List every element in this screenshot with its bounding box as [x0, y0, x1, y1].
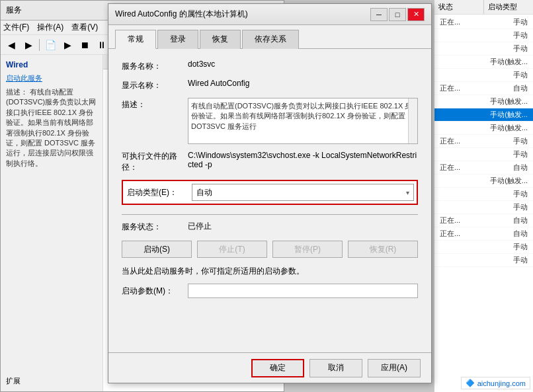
status-value: 已停止: [188, 221, 418, 232]
minimize-button[interactable]: ─: [370, 8, 388, 21]
service-name-label: 服务名称：: [122, 59, 188, 72]
toolbar-btn-3[interactable]: ⏹: [77, 38, 93, 52]
param-row: 启动参数(M)：: [122, 284, 418, 298]
status-11: 正在...: [440, 163, 460, 173]
param-input[interactable]: [188, 284, 418, 298]
toolbar-btn-1[interactable]: 📄: [42, 38, 58, 52]
startup-type-row: 启动类型(E)： 自动 ▾: [122, 180, 418, 205]
menu-view[interactable]: 查看(V): [71, 22, 98, 33]
pause-button[interactable]: 暂停(P): [272, 241, 343, 258]
services-title: 服务: [6, 5, 22, 16]
right-rows: 正在...手动 手动 手动 手动(触发... 手动 正在...自动 手动(触发.…: [434, 15, 533, 268]
dropdown-arrow-icon: ▾: [406, 189, 409, 196]
tab-recovery[interactable]: 恢复: [200, 30, 241, 49]
right-row-10: 手动: [434, 148, 533, 161]
toolbar-separator: [39, 39, 40, 51]
status-15: 正在...: [440, 216, 460, 225]
watermark-icon: 🔷: [466, 379, 475, 387]
maximize-button[interactable]: □: [389, 8, 406, 21]
service-name-value: dot3svc: [188, 59, 418, 69]
type-7: 手动(触发...: [490, 110, 528, 120]
toolbar-btn-2[interactable]: ▶: [60, 38, 75, 52]
left-panel-title: Wired: [6, 60, 97, 69]
right-row-8: 手动(触发...: [434, 122, 533, 135]
right-row-12: 手动(触发...: [434, 175, 533, 188]
desc-label: 描述：: [122, 98, 188, 110]
col-type-header: 启动类型: [484, 0, 533, 14]
status-5: 正在...: [440, 83, 460, 93]
right-row-11: 正在...自动: [434, 161, 533, 175]
right-row-4: 手动: [434, 69, 533, 82]
start-button[interactable]: 启动(S): [122, 241, 192, 258]
type-0: 手动: [513, 17, 528, 27]
right-row-1: 手动: [434, 29, 533, 42]
cancel-button[interactable]: 取消: [309, 359, 362, 377]
right-row-18: 手动: [434, 254, 533, 267]
close-button[interactable]: ✕: [407, 8, 425, 21]
resume-button[interactable]: 恢复(R): [348, 241, 418, 258]
service-action-buttons: 启动(S) 停止(T) 暂停(P) 恢复(R): [122, 241, 418, 258]
dialog-title: Wired AutoConfig 的属性(本地计算机): [115, 9, 248, 20]
dialog-footer: 确定 取消 应用(A): [108, 352, 431, 383]
exe-path-row: 可执行文件的路径： C:\Windows\system32\svchost.ex…: [122, 151, 418, 173]
status-label: 服务状态：: [122, 220, 188, 233]
type-4: 手动: [513, 70, 528, 80]
right-row-9: 正在...手动: [434, 135, 533, 148]
type-2: 手动: [513, 44, 528, 54]
startup-type-dropdown[interactable]: 自动 ▾: [192, 184, 414, 201]
startup-type-label: 启动类型(E)：: [126, 187, 192, 198]
service-name-row: 服务名称： dot3svc: [122, 59, 418, 72]
start-service-link[interactable]: 启动此服务: [6, 73, 97, 83]
left-panel-description: 描述： 有线自动配置(DOT3SVC)服务负责以太网接口执行IEEE 802.1…: [6, 87, 97, 169]
desc-textbox[interactable]: 有线自动配置(DOT3SVC)服务负责对以太网接口执行IEEE 802.1X 身…: [188, 98, 418, 144]
exe-label: 可执行文件的路径：: [122, 151, 188, 173]
type-6: 手动(触发...: [490, 97, 528, 106]
services-left-panel: Wired 启动此服务 描述： 有线自动配置(DOT3SVC)服务负责以太网接口…: [1, 55, 103, 391]
menu-action[interactable]: 操作(A): [37, 22, 63, 33]
right-row-14: 手动: [434, 201, 533, 214]
tab-general[interactable]: 常规: [115, 30, 156, 49]
menu-file[interactable]: 文件(F): [3, 22, 29, 33]
type-8: 手动(触发...: [490, 123, 528, 133]
type-11: 自动: [513, 163, 528, 173]
display-name-label: 显示名称：: [122, 79, 188, 91]
separator-1: [122, 214, 418, 215]
type-16: 自动: [513, 229, 528, 239]
right-row-15: 正在...自动: [434, 214, 533, 227]
exe-value: C:\Windows\system32\svchost.exe -k Local…: [188, 151, 418, 169]
forward-button[interactable]: ▶: [20, 38, 36, 52]
status-0: 正在...: [440, 17, 460, 27]
desc-row: 描述： 有线自动配置(DOT3SVC)服务负责对以太网接口执行IEEE 802.…: [122, 98, 418, 144]
right-row-7: 手动(触发...: [434, 108, 533, 122]
display-name-value: Wired AutoConfig: [188, 79, 418, 88]
watermark: 🔷 aichunjing.com: [461, 377, 530, 389]
properties-dialog: Wired AutoConfig 的属性(本地计算机) ─ □ ✕ 常规 登录 …: [108, 3, 432, 383]
startup-type-value: 自动: [196, 187, 212, 198]
display-name-row: 显示名称： Wired AutoConfig: [122, 79, 418, 91]
dialog-body: 服务名称： dot3svc 显示名称： Wired AutoConfig 描述：…: [108, 49, 431, 368]
desc-scrollbar[interactable]: [408, 98, 417, 143]
type-12: 手动(触发...: [490, 176, 528, 186]
tab-login[interactable]: 登录: [157, 30, 198, 49]
stop-button[interactable]: 停止(T): [197, 241, 267, 258]
back-button[interactable]: ◀: [3, 38, 19, 52]
type-14: 手动: [513, 202, 528, 212]
type-5: 自动: [513, 83, 528, 93]
type-3: 手动(触发...: [490, 57, 528, 67]
right-row-3: 手动(触发...: [434, 56, 533, 69]
expand-label[interactable]: 扩展: [6, 376, 20, 386]
right-row-5: 正在...自动: [434, 82, 533, 95]
apply-button[interactable]: 应用(A): [368, 359, 421, 377]
dialog-controls: ─ □ ✕: [370, 8, 425, 21]
status-16: 正在...: [440, 229, 460, 239]
dialog-titlebar: Wired AutoConfig 的属性(本地计算机) ─ □ ✕: [108, 4, 431, 25]
right-row-6: 手动(触发...: [434, 95, 533, 108]
type-1: 手动: [513, 30, 528, 40]
ok-button[interactable]: 确定: [251, 359, 304, 377]
type-18: 手动: [513, 255, 528, 265]
type-15: 自动: [513, 216, 528, 225]
right-row-2: 手动: [434, 42, 533, 56]
tab-dependencies[interactable]: 依存关系: [242, 30, 299, 49]
service-status-row: 服务状态： 已停止: [122, 220, 418, 233]
right-row-17: 手动: [434, 241, 533, 254]
